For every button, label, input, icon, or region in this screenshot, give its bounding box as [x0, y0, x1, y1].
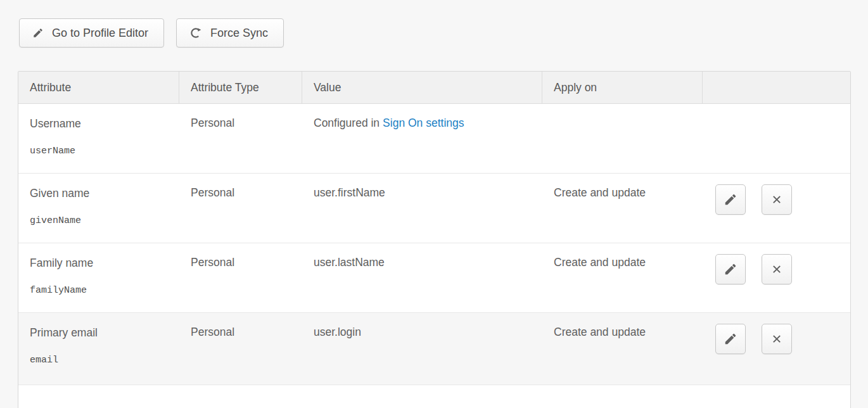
apply-on-cell: Create and update — [542, 243, 703, 313]
refresh-icon — [189, 27, 202, 39]
force-sync-button[interactable]: Force Sync — [176, 18, 284, 48]
delete-attribute-button[interactable] — [762, 184, 792, 215]
pencil-icon — [724, 332, 737, 346]
delete-attribute-button[interactable] — [762, 324, 792, 354]
column-header-value: Value — [302, 72, 542, 104]
sign-on-settings-link[interactable]: Sign On settings — [383, 117, 464, 129]
x-icon — [770, 193, 783, 206]
value-cell: Configured inSign On settings — [302, 104, 542, 174]
attribute-label: Username — [30, 117, 168, 131]
attribute-variable-name: familyName — [30, 285, 168, 296]
attribute-variable-name: email — [30, 355, 168, 366]
column-header-actions — [703, 72, 850, 104]
row-actions-cell — [703, 313, 850, 385]
edit-attribute-button[interactable] — [715, 254, 746, 284]
table-row-partial — [18, 385, 850, 408]
table-row-family-name: Family name familyName Personal user.las… — [18, 243, 850, 313]
table-row-primary-email: Primary email email Personal user.login … — [18, 313, 850, 385]
edit-attribute-button[interactable] — [715, 324, 746, 354]
value-cell: user.login — [302, 313, 542, 385]
attribute-variable-name: givenName — [30, 215, 168, 226]
attribute-mappings-page: Go to Profile Editor Force Sync Attribut… — [0, 0, 868, 408]
value-cell: user.firstName — [302, 174, 542, 243]
table-row-username: Username userName Personal Configured in… — [18, 104, 850, 174]
table-header: Attribute Attribute Type Value Apply on — [18, 72, 850, 104]
row-actions-cell — [703, 174, 850, 243]
edit-attribute-button[interactable] — [715, 184, 746, 215]
row-actions-cell — [703, 104, 850, 174]
row-actions-cell — [703, 243, 850, 313]
apply-on-cell: Create and update — [542, 174, 703, 243]
apply-on-cell: Create and update — [542, 313, 703, 385]
attribute-label: Family name — [30, 256, 168, 270]
column-header-attribute-type: Attribute Type — [179, 72, 302, 104]
attribute-type-cell: Personal — [179, 313, 302, 385]
pencil-icon — [32, 27, 44, 39]
column-header-attribute: Attribute — [18, 72, 179, 104]
value-text: Configured in — [314, 117, 380, 129]
attribute-variable-name: userName — [30, 146, 168, 156]
attribute-label: Primary email — [30, 326, 168, 340]
pencil-icon — [724, 262, 737, 276]
go-to-profile-editor-button[interactable]: Go to Profile Editor — [19, 18, 164, 48]
attribute-type-cell: Personal — [179, 174, 302, 243]
attribute-type-cell: Personal — [179, 104, 302, 174]
column-header-apply-on: Apply on — [542, 72, 703, 104]
table-row-given-name: Given name givenName Personal user.first… — [18, 174, 850, 243]
delete-attribute-button[interactable] — [762, 254, 792, 284]
force-sync-label: Force Sync — [210, 27, 268, 40]
attribute-type-cell: Personal — [179, 243, 302, 313]
toolbar: Go to Profile Editor Force Sync — [0, 0, 868, 48]
x-icon — [770, 333, 783, 345]
attribute-cell: Given name givenName — [18, 174, 179, 243]
pencil-icon — [724, 193, 737, 207]
go-to-profile-editor-label: Go to Profile Editor — [52, 27, 148, 40]
attribute-cell: Username userName — [18, 104, 179, 174]
value-cell: user.lastName — [302, 243, 542, 313]
attribute-cell: Family name familyName — [18, 243, 179, 313]
attribute-cell: Primary email email — [18, 313, 179, 385]
attribute-mappings-table: Attribute Attribute Type Value Apply on … — [18, 71, 851, 408]
apply-on-cell — [542, 104, 703, 174]
attribute-label: Given name — [30, 186, 168, 200]
x-icon — [770, 263, 783, 276]
